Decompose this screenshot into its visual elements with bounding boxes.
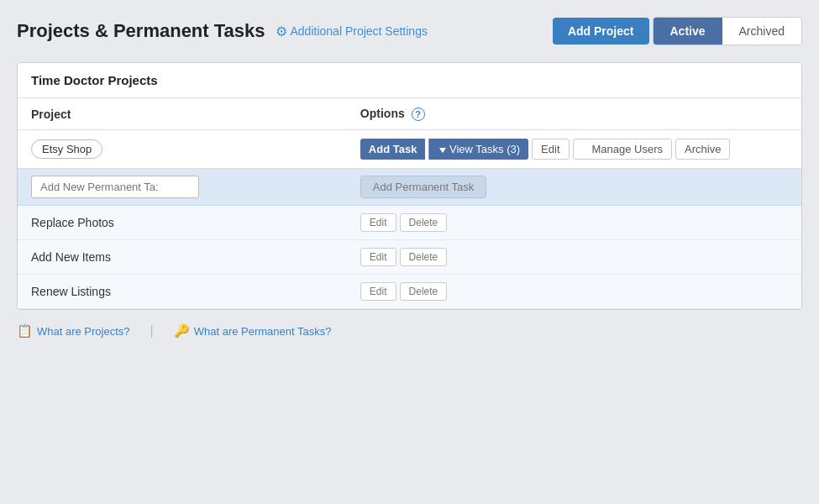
- task-name-cell: Replace Photos: [18, 206, 347, 240]
- task-add-btn-cell: Add Permanent Task: [347, 169, 801, 206]
- add-permanent-task-button[interactable]: Add Permanent Task: [360, 176, 486, 198]
- project-badge: Etsy Shop: [31, 139, 102, 159]
- tab-archived[interactable]: Archived: [722, 18, 801, 45]
- task-name: Add New Items: [31, 250, 111, 264]
- col-project: Project: [18, 98, 347, 130]
- task-actions: Edit Delete: [360, 248, 788, 266]
- table-row: Add New Items Edit Delete: [18, 240, 801, 275]
- gear-icon: ⚙: [276, 24, 287, 39]
- book-icon: 📋: [17, 323, 33, 339]
- task-actions: Edit Delete: [360, 213, 788, 232]
- add-permanent-task-input[interactable]: [31, 176, 199, 198]
- task-add-row: Add Permanent Task: [18, 169, 801, 206]
- page-header: Projects & Permanent Tasks ⚙ Additional …: [17, 17, 802, 45]
- task-edit-button[interactable]: Edit: [360, 248, 396, 266]
- task-actions-cell: Edit Delete: [347, 206, 801, 240]
- manage-users-icon: [582, 145, 588, 154]
- archive-button[interactable]: Archive: [675, 139, 730, 160]
- manage-users-button[interactable]: Manage Users: [573, 139, 673, 160]
- help-links: 📋 What are Projects? | 🔑 What are Perman…: [17, 323, 802, 339]
- task-edit-button[interactable]: Edit: [360, 213, 396, 232]
- project-actions-cell: Add Task View Tasks (3) Edit Manage User…: [347, 130, 801, 169]
- projects-card: Time Doctor Projects Project Options ?: [17, 62, 802, 310]
- task-name-cell: Add New Items: [18, 240, 347, 275]
- help-divider: |: [150, 323, 154, 339]
- options-help-icon[interactable]: ?: [412, 108, 425, 121]
- settings-link-label: Additional Project Settings: [291, 24, 428, 38]
- col-options: Options ?: [347, 98, 801, 130]
- card-header: Time Doctor Projects: [18, 63, 801, 98]
- task-actions-cell: Edit Delete: [347, 275, 801, 309]
- task-add-input-cell: [18, 169, 347, 206]
- view-tasks-button[interactable]: View Tasks (3): [428, 139, 528, 160]
- what-are-projects-link[interactable]: 📋 What are Projects?: [17, 323, 144, 339]
- project-name-cell: Etsy Shop: [18, 130, 347, 169]
- edit-project-button[interactable]: Edit: [532, 139, 569, 160]
- task-name: Replace Photos: [31, 216, 114, 229]
- project-actions: Add Task View Tasks (3) Edit Manage User…: [360, 139, 788, 160]
- key-icon: 🔑: [174, 323, 190, 339]
- task-delete-button[interactable]: Delete: [400, 282, 448, 301]
- table-header-row: Project Options ?: [18, 98, 801, 130]
- add-project-button[interactable]: Add Project: [553, 18, 649, 45]
- dropdown-arrow-icon: [439, 148, 446, 153]
- tab-active[interactable]: Active: [654, 18, 722, 45]
- table-row: Renew Listings Edit Delete: [18, 275, 801, 309]
- task-name: Renew Listings: [31, 285, 111, 298]
- settings-link[interactable]: ⚙ Additional Project Settings: [276, 24, 428, 39]
- what-are-permanent-tasks-link[interactable]: 🔑 What are Permanent Tasks?: [160, 323, 345, 339]
- page-title: Projects & Permanent Tasks: [17, 20, 265, 42]
- task-edit-button[interactable]: Edit: [360, 282, 396, 301]
- table-row: Replace Photos Edit Delete: [18, 206, 801, 240]
- projects-table: Project Options ? Etsy Shop: [18, 98, 801, 309]
- task-name-cell: Renew Listings: [18, 275, 347, 309]
- add-task-button[interactable]: Add Task: [360, 139, 426, 160]
- project-row: Etsy Shop Add Task View Tasks (3) Edit: [18, 130, 801, 169]
- task-actions-cell: Edit Delete: [347, 240, 801, 275]
- task-delete-button[interactable]: Delete: [400, 213, 448, 232]
- task-delete-button[interactable]: Delete: [400, 248, 448, 266]
- card-header-title: Time Doctor Projects: [31, 73, 158, 87]
- tab-group: Active Archived: [653, 17, 803, 45]
- task-actions: Edit Delete: [360, 282, 788, 301]
